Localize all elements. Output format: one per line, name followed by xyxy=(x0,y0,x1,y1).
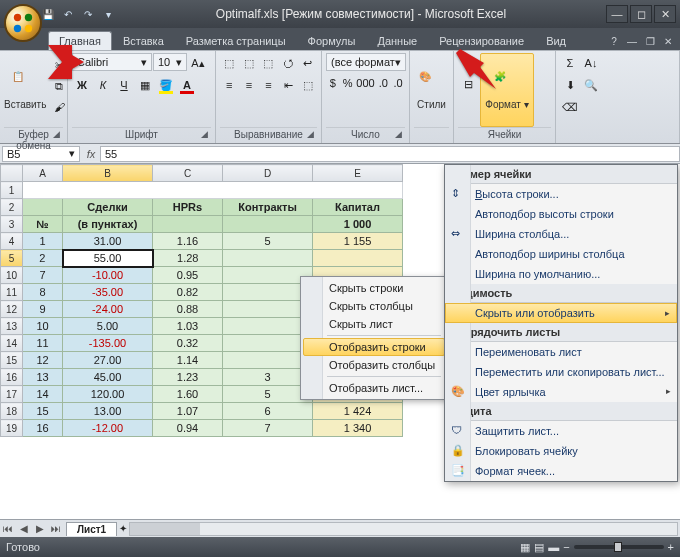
comma-button[interactable]: 000 xyxy=(356,73,376,93)
minimize-button[interactable]: — xyxy=(606,5,628,23)
border-button[interactable]: ▦ xyxy=(135,75,155,95)
tab-view[interactable]: Вид xyxy=(535,31,577,50)
tab-nav-next[interactable]: ▶ xyxy=(32,523,48,534)
number-launcher[interactable]: ◢ xyxy=(392,129,404,141)
alignment-launcher[interactable]: ◢ xyxy=(304,129,316,141)
cell[interactable]: 1 155 xyxy=(313,233,403,250)
menu-show-rows[interactable]: Отобразить строки xyxy=(303,338,445,356)
menu-move-sheet[interactable]: Переместить или скопировать лист... xyxy=(445,362,677,382)
tab-nav-prev[interactable]: ◀ xyxy=(16,523,32,534)
fill-color-button[interactable]: 🪣 xyxy=(156,75,176,95)
menu-hide-cols[interactable]: Скрыть столбцы xyxy=(303,297,445,315)
row-header[interactable]: 1 xyxy=(1,182,23,199)
cell[interactable] xyxy=(223,250,313,267)
cell[interactable] xyxy=(313,250,403,267)
cell[interactable]: 1.60 xyxy=(153,386,223,403)
cell[interactable]: 1.28 xyxy=(153,250,223,267)
format-painter-button[interactable]: 🖌 xyxy=(49,97,69,117)
merge-button[interactable]: ⬚ xyxy=(298,75,317,95)
orientation-button[interactable]: ⭯ xyxy=(279,53,298,73)
cell[interactable]: 1 xyxy=(23,233,63,250)
office-button[interactable] xyxy=(4,4,42,42)
select-all-button[interactable] xyxy=(1,165,23,182)
paste-button[interactable]: 📋 Вставить xyxy=(4,53,46,127)
menu-lock-cell[interactable]: 🔒Блокировать ячейку xyxy=(445,441,677,461)
cell[interactable]: 5.00 xyxy=(63,318,153,335)
menu-show-sheet[interactable]: Отобразить лист... xyxy=(303,379,445,397)
cell[interactable]: 0.88 xyxy=(153,301,223,318)
col-header-b[interactable]: B xyxy=(63,165,153,182)
font-launcher[interactable]: ◢ xyxy=(198,129,210,141)
menu-col-width[interactable]: ⇔Ширина столбца... xyxy=(445,224,677,244)
cell[interactable]: 45.00 xyxy=(63,369,153,386)
cell[interactable]: 5 xyxy=(223,386,313,403)
cell[interactable]: 1.07 xyxy=(153,403,223,420)
cell[interactable]: 31.00 xyxy=(63,233,153,250)
row-header[interactable]: 11 xyxy=(1,284,23,301)
cell[interactable]: 9 xyxy=(23,301,63,318)
zoom-out-button[interactable]: − xyxy=(563,541,569,553)
cell[interactable]: 11 xyxy=(23,335,63,352)
cell[interactable]: 0.95 xyxy=(153,267,223,284)
zoom-in-button[interactable]: + xyxy=(668,541,674,553)
help-button[interactable]: ? xyxy=(606,36,622,50)
cell[interactable]: 1.23 xyxy=(153,369,223,386)
menu-hide-show[interactable]: Скрыть или отобразить xyxy=(445,303,677,323)
mdi-minimize[interactable]: — xyxy=(624,36,640,50)
view-normal-button[interactable]: ▦ xyxy=(520,541,530,554)
underline-button[interactable]: Ч xyxy=(114,75,134,95)
zoom-slider[interactable] xyxy=(574,545,664,549)
cell[interactable]: 13.00 xyxy=(63,403,153,420)
close-button[interactable]: ✕ xyxy=(654,5,676,23)
formula-input[interactable]: 55 xyxy=(100,146,680,162)
cell[interactable]: 0.94 xyxy=(153,420,223,437)
cell[interactable] xyxy=(223,335,313,352)
menu-rename-sheet[interactable]: Переименовать лист xyxy=(445,342,677,362)
col-header-a[interactable]: A xyxy=(23,165,63,182)
clear-button[interactable]: ⌫ xyxy=(560,97,580,117)
row-header[interactable]: 15 xyxy=(1,352,23,369)
find-button[interactable]: 🔍 xyxy=(581,75,601,95)
undo-icon[interactable]: ↶ xyxy=(60,6,76,22)
row-header[interactable]: 17 xyxy=(1,386,23,403)
dec-decimal-button[interactable]: .0 xyxy=(391,73,405,93)
cell[interactable]: -35.00 xyxy=(63,284,153,301)
align-right-button[interactable]: ≡ xyxy=(259,75,278,95)
cell[interactable]: 12 xyxy=(23,352,63,369)
menu-format-cells[interactable]: 📑Формат ячеек... xyxy=(445,461,677,481)
fx-icon[interactable]: fx xyxy=(82,148,100,160)
row-header[interactable]: 12 xyxy=(1,301,23,318)
row-header[interactable]: 2 xyxy=(1,199,23,216)
cell[interactable]: 8 xyxy=(23,284,63,301)
cell[interactable]: 120.00 xyxy=(63,386,153,403)
font-color-button[interactable]: A xyxy=(177,75,197,95)
font-size-combo[interactable]: 10▾ xyxy=(153,53,187,71)
cell[interactable]: 55.00 xyxy=(63,250,153,267)
clipboard-launcher[interactable]: ◢ xyxy=(50,129,62,141)
col-header-d[interactable]: D xyxy=(223,165,313,182)
cell[interactable]: -12.00 xyxy=(63,420,153,437)
col-header-e[interactable]: E xyxy=(313,165,403,182)
maximize-button[interactable]: ◻ xyxy=(630,5,652,23)
inc-decimal-button[interactable]: .0 xyxy=(377,73,391,93)
menu-tab-color[interactable]: 🎨Цвет ярлычка xyxy=(445,382,677,402)
percent-button[interactable]: % xyxy=(341,73,355,93)
align-left-button[interactable]: ≡ xyxy=(220,75,239,95)
cell[interactable]: 0.82 xyxy=(153,284,223,301)
font-name-combo[interactable]: Calibri▾ xyxy=(72,53,152,71)
cell[interactable] xyxy=(223,267,313,284)
cell[interactable]: 1 424 xyxy=(313,403,403,420)
cell[interactable]: 1 340 xyxy=(313,420,403,437)
row-header[interactable]: 3 xyxy=(1,216,23,233)
grow-font-button[interactable]: A▴ xyxy=(188,53,208,73)
cell[interactable]: 2 xyxy=(23,250,63,267)
row-header[interactable]: 18 xyxy=(1,403,23,420)
save-icon[interactable]: 💾 xyxy=(40,6,56,22)
menu-autofit-col[interactable]: Автоподбор ширины столбца xyxy=(445,244,677,264)
cell[interactable] xyxy=(223,352,313,369)
number-format-combo[interactable]: (все формат▾ xyxy=(326,53,406,71)
qat-more-icon[interactable]: ▾ xyxy=(100,6,116,22)
italic-button[interactable]: К xyxy=(93,75,113,95)
cell[interactable]: 3 xyxy=(223,369,313,386)
menu-autofit-row[interactable]: Автоподбор высоты строки xyxy=(445,204,677,224)
